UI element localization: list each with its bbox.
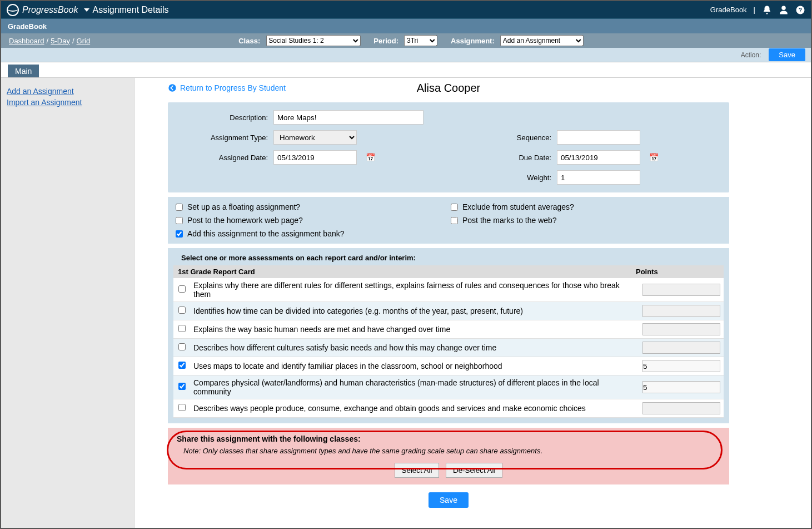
bell-icon[interactable] (762, 5, 772, 15)
assignment-label: Assignment: (451, 37, 495, 45)
floating-checkbox[interactable] (176, 204, 183, 211)
period-label: Period: (373, 37, 398, 45)
class-label: Class: (238, 37, 260, 45)
assess-text: Identifies how time can be divided into … (190, 302, 639, 320)
description-input[interactable] (273, 110, 424, 125)
assess-select-label: Select one or more assessments on each r… (173, 254, 724, 265)
svg-text:?: ? (799, 6, 802, 13)
points-input[interactable] (642, 360, 720, 372)
options-panel: Set up as a floating assignment? Exclude… (168, 197, 729, 244)
subheader-label[interactable]: GradeBook (8, 22, 47, 31)
caret-down-icon[interactable] (84, 8, 89, 12)
top-right-controls: GradeBook | ? (710, 5, 805, 15)
share-panel: Share this assignment with the following… (168, 428, 729, 484)
deselect-all-button[interactable]: De-Select All (446, 463, 502, 478)
sidebar-import-assignment[interactable]: Import an Assignment (7, 98, 128, 107)
breadcrumb-bar: Dashboard / 5-Day / Grid Class: Social S… (1, 33, 811, 48)
breadcrumb-5day[interactable]: 5-Day (51, 37, 70, 45)
card-title: 1st Grade Report Card (178, 268, 255, 276)
calendar-icon[interactable]: 📅 (649, 153, 659, 162)
assess-row: Describes how different cultures satisfy… (173, 339, 724, 357)
post-marks-label: Post the marks to the web? (462, 216, 557, 225)
weight-label: Weight: (462, 174, 551, 182)
page-title-text: Assignment Details (93, 5, 169, 15)
points-input[interactable] (642, 305, 720, 317)
class-select[interactable]: Social Studies 1: 2 (266, 35, 360, 46)
assignment-select[interactable]: Add an Assignment (500, 35, 584, 46)
assessment-panel: Select one or more assessments on each r… (168, 248, 729, 423)
assess-checkbox[interactable] (178, 306, 186, 314)
assess-row: Compares physical (water/landforms) and … (173, 375, 724, 399)
breadcrumb-sep: / (72, 37, 74, 45)
points-input[interactable] (642, 284, 720, 296)
assess-checkbox[interactable] (178, 325, 186, 332)
svg-point-2 (168, 84, 176, 91)
assess-row: Explains the way basic human needs are m… (173, 320, 724, 339)
save-button-bottom[interactable]: Save (429, 492, 469, 508)
assess-row: Uses maps to locate and identify familia… (173, 357, 724, 375)
assess-checkbox[interactable] (178, 343, 186, 350)
weight-input[interactable] (557, 170, 640, 185)
assess-text: Compares physical (water/landforms) and … (190, 375, 639, 399)
breadcrumb-dashboard[interactable]: Dashboard (9, 37, 44, 45)
gradebook-link[interactable]: GradeBook (710, 6, 747, 14)
action-label: Action: (741, 51, 761, 59)
logo-icon (7, 4, 19, 16)
assess-text: Describes how different cultures satisfy… (190, 339, 639, 357)
user-icon[interactable] (779, 5, 789, 15)
assess-checkbox[interactable] (178, 383, 186, 390)
assess-checkbox[interactable] (178, 285, 186, 293)
tab-main[interactable]: Main (8, 65, 39, 77)
exclude-label: Exclude from student averages? (462, 202, 574, 211)
sequence-label: Sequence: (462, 134, 551, 142)
assess-checkbox[interactable] (178, 362, 186, 369)
assigned-date-input[interactable] (273, 150, 357, 165)
arrow-left-icon (168, 83, 177, 92)
sequence-input[interactable] (557, 130, 640, 145)
exclude-checkbox[interactable] (451, 204, 458, 211)
save-button-top[interactable]: Save (769, 48, 805, 61)
action-bar: Action: Save (1, 48, 811, 62)
type-label: Assignment Type: (179, 134, 268, 142)
select-all-button[interactable]: Select All (395, 463, 440, 478)
assess-text: Explains why there are different rules f… (190, 278, 639, 302)
due-date-input[interactable] (557, 150, 640, 165)
sub-header: GradeBook (1, 19, 811, 33)
assess-row: Explains why there are different rules f… (173, 278, 724, 302)
help-icon[interactable]: ? (795, 5, 805, 15)
points-col-label: Points (636, 268, 719, 276)
points-input[interactable] (642, 323, 720, 335)
points-input[interactable] (642, 381, 720, 393)
assess-checkbox[interactable] (178, 404, 186, 411)
assigned-date-label: Assigned Date: (179, 154, 268, 162)
sidebar-add-assignment[interactable]: Add an Assignment (7, 87, 128, 96)
assess-text: Explains the way basic human needs are m… (190, 320, 639, 339)
body-wrap: Add an Assignment Import an Assignment R… (1, 78, 811, 529)
assess-text: Describes ways people produce, consume, … (190, 399, 639, 418)
assess-table: Explains why there are different rules f… (173, 278, 724, 418)
post-marks-checkbox[interactable] (451, 217, 458, 224)
return-link[interactable]: Return to Progress By Student (168, 83, 286, 92)
points-input[interactable] (642, 402, 720, 414)
calendar-icon[interactable]: 📅 (366, 153, 375, 162)
logo-text: ProgressBook (22, 5, 78, 15)
breadcrumb-sep: / (47, 37, 49, 45)
content: Return to Progress By Student Alisa Coop… (134, 78, 811, 529)
assess-header: 1st Grade Report Card Points (173, 265, 724, 278)
breadcrumb-grid[interactable]: Grid (77, 37, 91, 45)
return-link-text: Return to Progress By Student (180, 83, 286, 92)
add-bank-checkbox[interactable] (176, 230, 183, 238)
floating-label: Set up as a floating assignment? (187, 202, 300, 211)
content-inner: Return to Progress By Student Alisa Coop… (168, 83, 729, 508)
description-label: Description: (179, 113, 268, 122)
assess-row: Identifies how time can be divided into … (173, 302, 724, 320)
type-select[interactable]: Homework (273, 130, 357, 145)
post-hw-checkbox[interactable] (176, 217, 183, 224)
points-input[interactable] (642, 342, 720, 354)
period-select[interactable]: 3Tri (404, 35, 437, 46)
logo[interactable]: ProgressBook (7, 4, 78, 16)
tabs-row: Main (1, 65, 811, 78)
post-hw-label: Post to the homework web page? (187, 216, 303, 225)
pipe: | (754, 6, 755, 14)
assess-text: Uses maps to locate and identify familia… (190, 357, 639, 375)
